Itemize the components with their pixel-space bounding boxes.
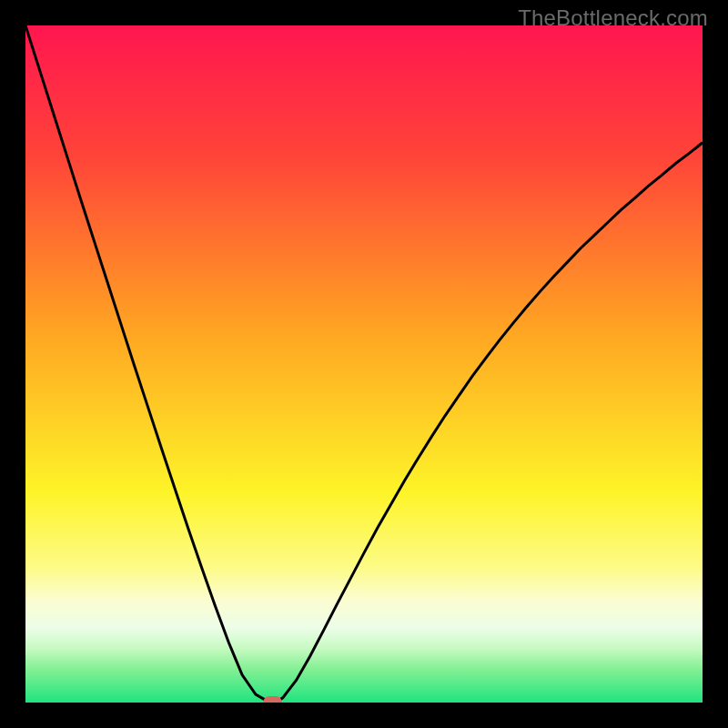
chart-plot-area xyxy=(25,25,703,703)
chart-background xyxy=(25,25,703,703)
chart-svg xyxy=(25,25,703,703)
optimal-marker xyxy=(264,696,282,703)
watermark-text: TheBottleneck.com xyxy=(518,5,708,31)
